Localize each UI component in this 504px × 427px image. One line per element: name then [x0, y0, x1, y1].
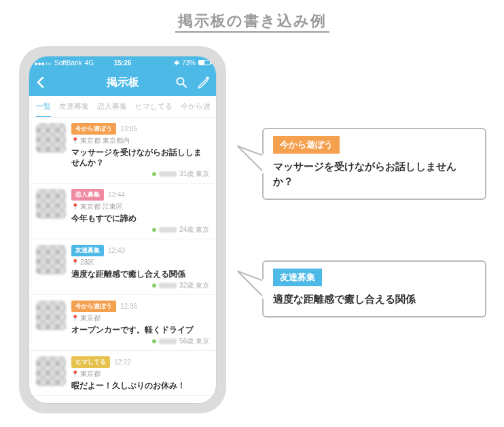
tab-friends[interactable]: 友達募集: [59, 101, 89, 112]
post-message: 適度な距離感で癒し合える関係: [71, 269, 209, 279]
post-message: マッサージを受けながらお話ししませんか？: [71, 148, 209, 168]
carrier-label: SoftBank: [54, 59, 82, 67]
callout: 友達募集適度な距離感で癒し合える関係: [262, 260, 486, 318]
post-message: オープンカーです。軽くドライブ: [71, 325, 209, 335]
post-location: 📍東京都 東京都内: [71, 136, 209, 146]
callout-pointer-icon: [235, 143, 264, 184]
signal-dots-icon: [35, 59, 52, 67]
tab-lovers[interactable]: 恋人募集: [97, 101, 127, 112]
username-blurred: [159, 283, 177, 288]
tab-all[interactable]: 一覧: [36, 101, 51, 112]
category-tag: 今から遊ぼう: [71, 301, 116, 312]
username-blurred: [159, 171, 177, 177]
post-location: 📍東京都: [71, 313, 209, 323]
post-time: 12:40: [108, 247, 125, 254]
post-message: 暇だよー！久しぶりのお休み！: [71, 381, 209, 391]
post-location: 📍東京都: [71, 369, 209, 379]
page-title: 掲示板の書き込み例: [175, 12, 329, 33]
tab-bored[interactable]: ヒマしてる: [135, 101, 173, 112]
avatar: [36, 356, 66, 386]
callout-tag: 今から遊ぼう: [273, 136, 340, 154]
post-time: 12:36: [120, 303, 137, 310]
category-tag: 友達募集: [71, 245, 104, 256]
category-tabs: 一覧 友達募集 恋人募集 ヒマしてる 今から遊: [29, 96, 216, 118]
callout-text: 適度な距離感で癒し合える関係: [273, 292, 475, 307]
clock-label: 15:26: [114, 59, 132, 67]
online-dot-icon: [152, 172, 156, 176]
tab-playnow[interactable]: 今から遊: [181, 101, 211, 112]
online-dot-icon: [152, 228, 156, 232]
avatar: [36, 189, 66, 219]
callout-text: マッサージを受けながらお話ししませんか？: [273, 159, 475, 189]
callout-tag: 友達募集: [273, 269, 322, 286]
phone-screen: SoftBank 4G 15:26 ✱ 73% 掲示板: [29, 56, 217, 404]
pin-icon: 📍: [71, 259, 79, 266]
category-tag: ヒマしてる: [71, 356, 110, 368]
post-age-loc: 56歳 東京: [179, 337, 209, 346]
pin-icon: 📍: [71, 137, 79, 144]
post-list[interactable]: 今から遊ぼう13:05📍東京都 東京都内マッサージを受けながらお話ししませんか？…: [29, 118, 216, 403]
nav-bar: 掲示板: [29, 69, 216, 96]
pin-icon: 📍: [71, 203, 79, 210]
avatar: [36, 301, 66, 330]
back-button[interactable]: [36, 76, 46, 88]
category-tag: 恋人募集: [71, 189, 104, 201]
pin-icon: 📍: [71, 371, 79, 377]
online-dot-icon: [152, 339, 156, 343]
post-item[interactable]: 恋人募集12:44📍東京都 江東区今年もすでに諦め24歳 東京: [29, 184, 216, 239]
post-time: 12:22: [114, 358, 131, 366]
avatar: [36, 245, 66, 275]
post-time: 12:44: [108, 191, 125, 199]
post-time: 13:05: [120, 125, 137, 133]
network-label: 4G: [85, 59, 94, 67]
status-bar: SoftBank 4G 15:26 ✱ 73%: [29, 56, 216, 69]
post-age-loc: 31歳 東京: [179, 169, 209, 179]
post-item[interactable]: 友達募集12:40📍23区適度な距離感で癒し合える関係32歳 東京: [29, 239, 216, 295]
post-age-loc: 24歳 東京: [179, 225, 209, 235]
post-location: 📍23区: [71, 258, 209, 267]
callout: 今から遊ぼうマッサージを受けながらお話ししませんか？: [262, 128, 486, 200]
post-item[interactable]: 今から遊ぼう12:36📍東京都オープンカーです。軽くドライブ56歳 東京: [29, 295, 216, 351]
callout-pointer-icon: [235, 269, 264, 309]
post-item[interactable]: 今から遊ぼう13:05📍東京都 東京都内マッサージを受けながらお話ししませんか？…: [29, 118, 216, 184]
post-message: 今年もすでに諦め: [71, 214, 209, 224]
compose-button[interactable]: [197, 76, 209, 88]
search-button[interactable]: [175, 76, 187, 88]
battery-pct: 73%: [182, 59, 196, 67]
post-age-loc: 32歳 東京: [179, 281, 209, 290]
pin-icon: 📍: [71, 315, 79, 322]
phone-frame: SoftBank 4G 15:26 ✱ 73% 掲示板: [19, 46, 226, 413]
post-item[interactable]: ヒマしてる12:22📍東京都暇だよー！久しぶりのお休み！: [29, 351, 216, 396]
username-blurred: [159, 339, 177, 344]
online-dot-icon: [152, 284, 156, 288]
bluetooth-icon: ✱: [174, 59, 179, 67]
nav-title: 掲示板: [107, 75, 139, 90]
username-blurred: [159, 227, 177, 233]
post-location: 📍東京都 江東区: [71, 202, 209, 211]
avatar: [36, 123, 66, 153]
category-tag: 今から遊ぼう: [71, 123, 116, 135]
battery-icon: [198, 60, 211, 65]
